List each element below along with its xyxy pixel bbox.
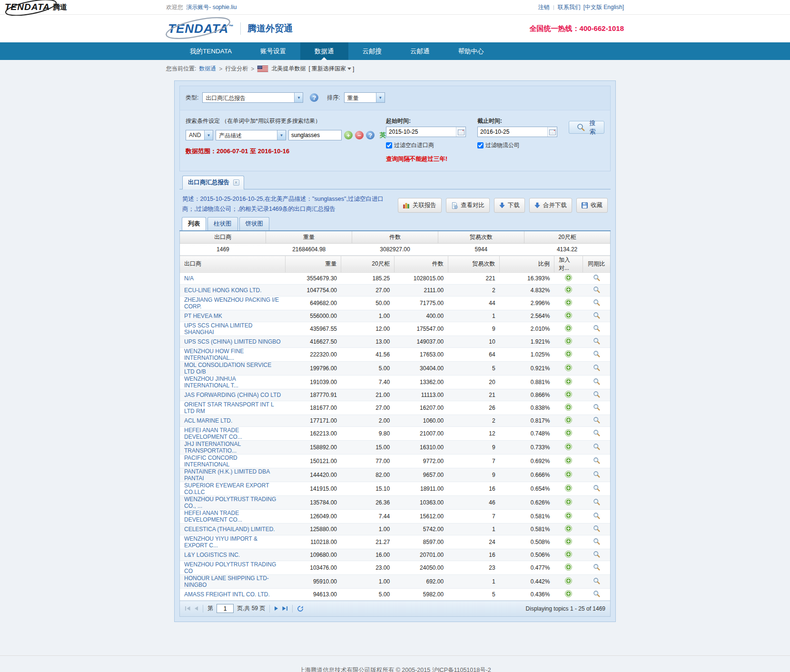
exporter-link[interactable]: PANTAINER (H.K.) LIMITED DBA PANTAI	[184, 468, 270, 482]
add-to-compare-icon[interactable]	[565, 378, 572, 385]
help-icon[interactable]: ?	[310, 93, 318, 102]
exporter-link[interactable]: WENZHOU YIYU IMPORT & EXPORT C...	[184, 535, 257, 549]
yoy-magnifier-icon[interactable]	[593, 590, 600, 597]
add-to-compare-icon[interactable]	[565, 577, 572, 584]
add-to-compare-icon[interactable]	[565, 525, 572, 532]
yoy-magnifier-icon[interactable]	[593, 299, 600, 306]
page-number-input[interactable]	[217, 604, 234, 613]
exporter-link[interactable]: HEFEI ANAN TRADE DEVELOPMENT CO...	[184, 427, 242, 440]
search-button[interactable]: 搜索	[569, 121, 604, 134]
exporter-link[interactable]: PT HEVEA MK	[184, 313, 222, 319]
yoy-magnifier-icon[interactable]	[593, 350, 600, 357]
exporter-link[interactable]: CELESTICA (THAILAND) LIMITED.	[184, 526, 275, 533]
yoy-magnifier-icon[interactable]	[593, 471, 600, 478]
exporter-link[interactable]: ORIENT STAR TRANSPORT INT L LTD RM	[184, 401, 274, 415]
add-to-compare-icon[interactable]	[565, 286, 572, 293]
yoy-magnifier-icon[interactable]	[593, 443, 600, 450]
tendata-logo[interactable]: TENDATA™	[166, 21, 234, 36]
yoy-magnifier-icon[interactable]	[593, 551, 600, 558]
view-compare-button[interactable]: 查看对比	[446, 198, 490, 213]
yoy-magnifier-icon[interactable]	[593, 577, 600, 584]
checkbox-input[interactable]	[386, 142, 392, 148]
yoy-magnifier-icon[interactable]	[593, 404, 600, 411]
reselect-country-dropdown[interactable]: [ 重新选择国家 ]	[308, 65, 354, 73]
yoy-magnifier-icon[interactable]	[593, 286, 600, 293]
exporter-link[interactable]: UPS SCS CHINA LIMITED SHANGHAI	[184, 322, 252, 336]
add-condition-icon[interactable]: +	[344, 131, 353, 139]
breadcrumb-link-data-hub[interactable]: 数据通	[199, 65, 216, 73]
exporter-link[interactable]: WENZHOU JINHUA INTERNATIONAL T...	[184, 376, 238, 389]
add-to-compare-icon[interactable]	[565, 457, 572, 464]
exporter-link[interactable]: AMASS FREIGHT INTL CO. LTD.	[184, 591, 270, 598]
related-report-button[interactable]: 关联报告	[398, 198, 442, 213]
english-toggle-link[interactable]: 英	[380, 131, 386, 139]
logout-link[interactable]: 注销	[538, 4, 550, 10]
yoy-magnifier-icon[interactable]	[593, 563, 600, 571]
close-icon[interactable]: ×	[233, 179, 239, 186]
exporter-link[interactable]: JAS FORWARDING (CHINA) CO LTD	[184, 392, 281, 398]
yoy-magnifier-icon[interactable]	[593, 429, 600, 436]
start-date-input[interactable]	[386, 127, 456, 137]
add-to-compare-icon[interactable]	[565, 498, 572, 505]
add-to-compare-icon[interactable]	[565, 551, 572, 558]
filter-logistics-checkbox[interactable]: 过滤物流公司	[477, 141, 557, 149]
exporter-link[interactable]: HONOUR LANE SHIPPING LTD-NINGBO	[184, 575, 269, 588]
keyword-input[interactable]	[288, 130, 342, 140]
yoy-magnifier-icon[interactable]	[593, 378, 600, 385]
exporter-link[interactable]: UPS SCS (CHINA) LIMITED NINGBO	[184, 338, 281, 345]
exporter-link[interactable]: ZHEJIANG WENZHOU PACKING I/E CORP.	[184, 296, 279, 310]
nav-item-account-settings[interactable]: 账号设置	[246, 42, 300, 60]
yoy-magnifier-icon[interactable]	[593, 325, 600, 332]
exporter-link[interactable]: ACL MARINE LTD.	[184, 417, 232, 424]
last-page-button[interactable]	[282, 606, 288, 611]
add-to-compare-icon[interactable]	[565, 512, 572, 519]
exporter-link[interactable]: PACIFIC CONCORD INTERNATIONAL	[184, 455, 237, 468]
exporter-link[interactable]: WENZHOU HOW FINE INTERNATIONAL...	[184, 348, 244, 361]
tab-list[interactable]: 列表	[182, 217, 206, 230]
exporter-link[interactable]: L&Y LOGISTICS INC.	[184, 552, 240, 558]
next-page-button[interactable]	[274, 606, 278, 611]
exporter-link[interactable]: WENZHOU POLYTRUST TRADING CO., ...	[184, 496, 276, 509]
yoy-magnifier-icon[interactable]	[593, 337, 600, 345]
report-tab[interactable]: 出口商汇总报告 ×	[182, 176, 244, 189]
add-to-compare-icon[interactable]	[565, 443, 572, 450]
first-page-button[interactable]	[185, 606, 191, 611]
nav-item-data-hub[interactable]: 数据通	[300, 42, 348, 60]
add-to-compare-icon[interactable]	[565, 325, 572, 332]
boolean-operator-select[interactable]: AND ▼	[186, 130, 213, 140]
checkbox-input[interactable]	[477, 142, 484, 148]
filter-blank-importer-checkbox[interactable]: 过滤空白进口商	[386, 141, 466, 149]
add-to-compare-icon[interactable]	[565, 404, 572, 411]
exporter-link[interactable]: N/A	[184, 275, 194, 282]
exporter-link[interactable]: HEFEI ANAN TRADE DEVELOPMENT CO...	[184, 510, 242, 523]
end-date-input[interactable]	[478, 127, 547, 137]
remove-condition-icon[interactable]: −	[355, 131, 364, 139]
add-to-compare-icon[interactable]	[565, 471, 572, 478]
add-to-compare-icon[interactable]	[565, 416, 572, 424]
add-to-compare-icon[interactable]	[565, 350, 572, 357]
yoy-magnifier-icon[interactable]	[593, 312, 600, 319]
user-account-link[interactable]: 演示账号- sophie.liu	[186, 4, 237, 10]
merge-download-button[interactable]: 合并下载	[529, 198, 572, 213]
exporter-link[interactable]: MOL CONSOLIDATION SERVICE LTD O/B	[184, 362, 271, 375]
yoy-magnifier-icon[interactable]	[593, 512, 600, 519]
exporter-link[interactable]: SUPERIOR EYEWEAR EXPORT CO.LLC	[184, 482, 269, 495]
yoy-magnifier-icon[interactable]	[593, 525, 600, 532]
exporter-link[interactable]: ECU-LINE HONG KONG LTD.	[184, 287, 261, 294]
yoy-magnifier-icon[interactable]	[593, 457, 600, 464]
tab-bar-chart[interactable]: 柱状图	[207, 217, 238, 230]
exporter-link[interactable]: JHJ INTERNATIONAL TRANSPORTATIO...	[184, 441, 241, 454]
nav-item-my-tendata[interactable]: 我的TENDATA	[176, 42, 246, 60]
language-switch-link[interactable]: [中文版 English]	[583, 4, 624, 10]
add-to-compare-icon[interactable]	[565, 274, 572, 281]
report-type-select[interactable]: 出口商汇总报告 ▼	[202, 92, 303, 103]
sort-select[interactable]: 重量 ▼	[344, 92, 385, 103]
add-to-compare-icon[interactable]	[565, 299, 572, 306]
add-to-compare-icon[interactable]	[565, 364, 572, 371]
nav-item-cloud-mail-search[interactable]: 云邮搜	[348, 42, 396, 60]
refresh-icon[interactable]	[297, 605, 304, 612]
add-to-compare-icon[interactable]	[565, 429, 572, 436]
add-to-compare-icon[interactable]	[565, 538, 572, 545]
add-to-compare-icon[interactable]	[565, 590, 572, 597]
calendar-icon[interactable]	[456, 127, 465, 137]
